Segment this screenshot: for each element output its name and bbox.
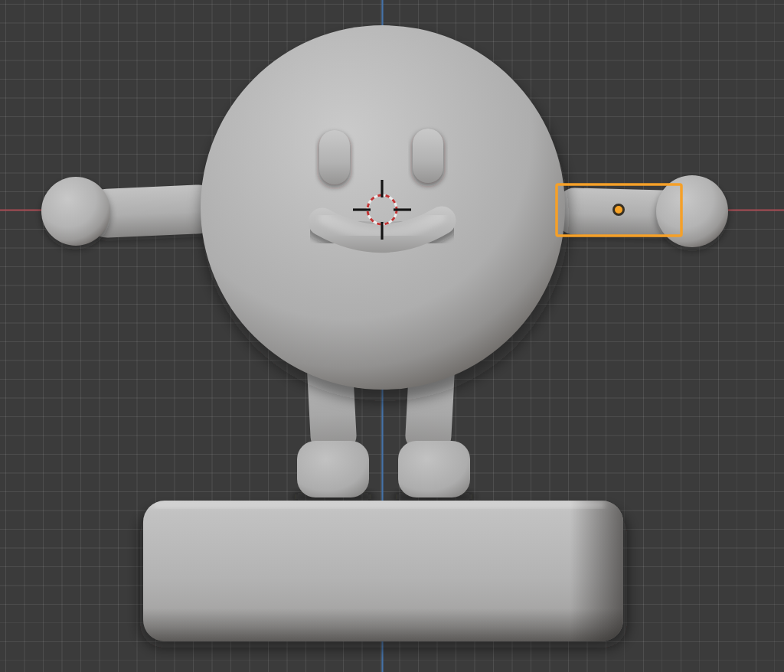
object-base-platform[interactable]: [143, 501, 623, 641]
right-eye-capsule: [413, 129, 443, 183]
object-right-hand[interactable]: [656, 175, 728, 251]
object-right-foot[interactable]: [398, 441, 470, 497]
object-body-sphere[interactable]: [201, 25, 565, 390]
object-left-hand[interactable]: [41, 177, 110, 250]
object-origin-dot[interactable]: [614, 205, 624, 215]
base-top-highlight: [153, 502, 605, 508]
right-foot-cube: [398, 441, 470, 497]
left-foot-cube: [297, 441, 369, 497]
left-eye-capsule: [319, 130, 350, 184]
object-left-foot[interactable]: [297, 441, 369, 497]
left-hand-sphere: [41, 177, 110, 246]
body-sphere-surface: [201, 25, 565, 390]
viewport-canvas[interactable]: [0, 0, 784, 672]
object-left-eye[interactable]: [318, 130, 351, 188]
object-right-eye[interactable]: [412, 129, 444, 186]
scene-svg: [0, 0, 784, 672]
base-bottom-shading: [143, 608, 623, 641]
